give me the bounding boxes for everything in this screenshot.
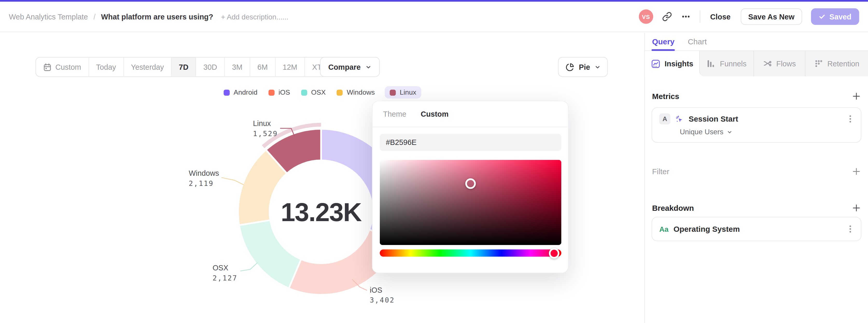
legend-swatch <box>224 90 230 95</box>
range-custom[interactable]: Custom <box>36 58 89 76</box>
insight-mode-tabs: Insights Funnels Flows Retention <box>645 51 868 76</box>
breakdown-options-button[interactable] <box>846 225 854 233</box>
metric-options-button[interactable] <box>846 115 854 123</box>
range-label: 3M <box>232 63 242 71</box>
legend-label: iOS <box>278 88 290 96</box>
color-picker-tabs: Theme Custom <box>373 101 568 127</box>
add-breakdown-button[interactable] <box>852 204 860 212</box>
metric-row: A Session Start <box>659 113 854 124</box>
range-30d[interactable]: 30D <box>196 58 225 76</box>
tab-retention[interactable]: Retention <box>806 51 868 76</box>
more-options-button[interactable] <box>681 12 691 22</box>
range-yesterday[interactable]: Yesterday <box>124 58 172 76</box>
tab-chart[interactable]: Chart <box>688 37 707 46</box>
tab-theme[interactable]: Theme <box>383 110 406 118</box>
compare-label: Compare <box>328 63 361 71</box>
tab-funnels[interactable]: Funnels <box>700 51 754 76</box>
legend-item-osx[interactable]: OSX <box>300 86 327 98</box>
tab-flows-label: Flows <box>776 59 796 68</box>
range-12m[interactable]: 12M <box>276 58 305 76</box>
tab-funnels-label: Funnels <box>720 59 747 68</box>
legend-swatch <box>269 90 275 95</box>
chevron-down-icon <box>727 129 732 134</box>
filter-title: Filter <box>652 167 669 176</box>
metric-card[interactable]: A Session Start Unique Users <box>652 107 861 143</box>
breadcrumb-root[interactable]: Web Analytics Template <box>9 12 88 21</box>
save-as-new-button[interactable]: Save As New <box>740 8 802 25</box>
legend-item-ios[interactable]: iOS <box>268 86 291 98</box>
funnels-icon <box>707 59 716 68</box>
range-label: 30D <box>203 63 217 71</box>
avatar[interactable]: VS <box>639 9 653 24</box>
hue-handle[interactable] <box>549 248 560 258</box>
sidebar: Query Chart Insights Funnels Flows <box>644 33 868 323</box>
chevron-down-icon <box>365 64 371 70</box>
add-metric-button[interactable] <box>852 92 860 100</box>
tab-query[interactable]: Query <box>652 37 674 46</box>
range-6m[interactable]: 6M <box>250 58 276 76</box>
hue-slider[interactable] <box>380 249 561 257</box>
tab-custom[interactable]: Custom <box>421 110 448 118</box>
slice-label-value: 3,402 <box>370 296 395 304</box>
hex-color-input[interactable] <box>380 134 561 151</box>
retention-icon <box>814 59 823 68</box>
legend-item-windows[interactable]: Windows <box>336 86 376 98</box>
chevron-down-icon <box>594 64 600 70</box>
metric-series-badge: A <box>659 113 671 124</box>
chart-type-label: Pie <box>579 63 590 71</box>
leader-line-windows <box>221 177 243 185</box>
slice-label-name: iOS <box>370 286 395 294</box>
sidebar-tabs: Query Chart <box>645 33 868 51</box>
legend-item-linux[interactable]: Linux <box>385 86 421 98</box>
aggregation-select[interactable]: Unique Users <box>680 128 854 136</box>
plus-icon <box>852 92 860 100</box>
slice-label-osx: OSX2,127 <box>213 264 238 282</box>
slice-label-name: OSX <box>213 264 238 272</box>
check-icon <box>819 13 826 20</box>
add-filter-button[interactable] <box>852 167 860 175</box>
string-property-icon: Aa <box>659 225 669 233</box>
metric-name[interactable]: Session Start <box>689 115 842 123</box>
legend-item-android[interactable]: Android <box>222 86 258 98</box>
legend-swatch <box>337 90 343 95</box>
saved-button[interactable]: Saved <box>811 8 859 25</box>
tab-insights[interactable]: Insights <box>645 51 699 76</box>
add-description-button[interactable]: + Add description...... <box>221 12 288 21</box>
tab-retention-label: Retention <box>827 59 859 68</box>
event-cursor-icon <box>675 114 684 124</box>
saturation-cursor[interactable] <box>465 179 476 189</box>
slice-osx[interactable] <box>239 220 301 288</box>
share-link-button[interactable] <box>662 12 672 22</box>
range-3m[interactable]: 3M <box>225 58 250 76</box>
close-button[interactable]: Close <box>709 12 732 21</box>
slice-label-ios: iOS3,402 <box>370 286 395 304</box>
kebab-icon <box>846 115 854 123</box>
saved-label: Saved <box>829 12 851 21</box>
range-label: 6M <box>257 63 268 71</box>
plus-icon <box>852 167 860 175</box>
breakdown-section-header: Breakdown <box>645 201 868 215</box>
breadcrumb: Web Analytics Template / What platform a… <box>9 12 288 21</box>
header-divider <box>700 11 700 23</box>
calendar-icon <box>43 63 52 71</box>
main-content: CustomTodayYesterday7D30D3M6M12MXTD Comp… <box>0 33 644 323</box>
aggregation-label: Unique Users <box>680 128 723 136</box>
ellipsis-icon <box>681 12 691 22</box>
plus-icon <box>852 204 860 212</box>
range-7d[interactable]: 7D <box>172 58 196 76</box>
chart-type-button[interactable]: Pie <box>558 57 608 77</box>
page-title[interactable]: What platform are users using? <box>101 12 213 21</box>
tab-flows[interactable]: Flows <box>754 51 806 76</box>
slice-label-value: 2,119 <box>189 180 219 187</box>
slice-label-value: 2,127 <box>213 274 238 282</box>
chart-center-total: 13.23K <box>255 197 388 227</box>
filter-section-header: Filter <box>645 165 868 178</box>
breakdown-card[interactable]: Aa Operating System <box>652 217 861 241</box>
header: Web Analytics Template / What platform a… <box>0 2 868 32</box>
leader-line-osx <box>240 263 257 271</box>
saturation-area[interactable] <box>380 160 561 245</box>
breakdown-name[interactable]: Operating System <box>674 225 842 233</box>
link-icon <box>662 12 672 22</box>
range-today[interactable]: Today <box>89 58 124 76</box>
compare-button[interactable]: Compare <box>320 57 379 77</box>
